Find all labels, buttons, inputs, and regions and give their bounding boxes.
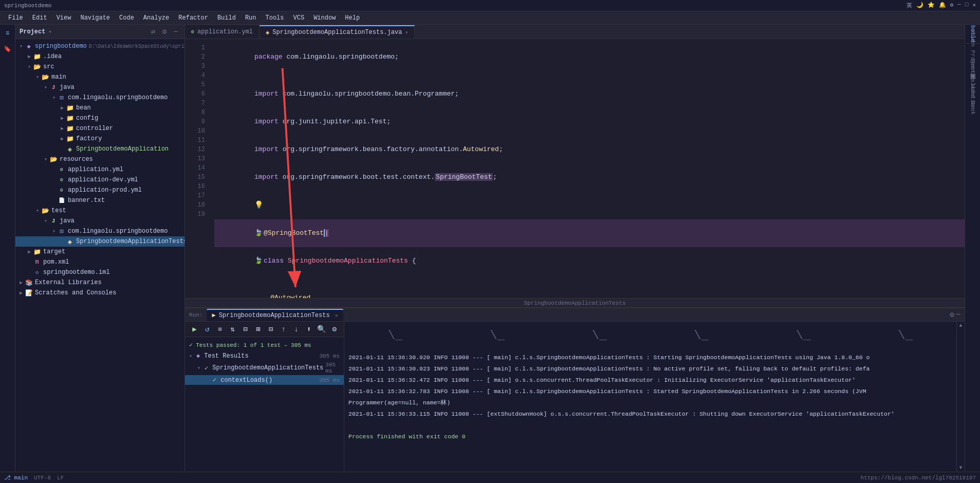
test-stop-btn[interactable]: ■: [215, 324, 226, 335]
tree-item-target[interactable]: ▶ 📁 target: [15, 247, 184, 257]
tree-arrow-test: ▾: [34, 207, 41, 214]
sidebar-tool-sync[interactable]: ⇄: [149, 27, 158, 36]
bottom-settings-icon[interactable]: ⚙: [950, 310, 954, 319]
title-bar-icon-max[interactable]: □: [965, 2, 969, 9]
title-bar-icon-lang[interactable]: 英: [907, 2, 912, 9]
tree-item-bean[interactable]: ▶ 📁 bean: [15, 103, 184, 113]
title-bar-icon-notify[interactable]: 🔔: [939, 2, 946, 9]
tree-item-idea[interactable]: ▶ 📁 .idea: [15, 51, 184, 62]
tree-item-package-test[interactable]: ▾ ⊡ com.lingaolu.springbootdemo: [15, 226, 184, 236]
console-line-1: 2021-01-11 15:36:30.923 INFO 11008 --- […: [344, 363, 956, 375]
tree-item-java-test[interactable]: ▾ J java: [15, 216, 184, 226]
tree-path-springbootdemo: D:\Data\IdeaWorkSpaceStudy\springboo...: [89, 44, 184, 49]
tree-icon-app-yml: ⚙: [58, 165, 66, 174]
test-search-btn[interactable]: 🔍: [317, 324, 327, 335]
tree-arrow-idea: ▶: [26, 53, 33, 60]
menu-view[interactable]: View: [52, 13, 76, 23]
left-tab-structure[interactable]: ≡: [1, 27, 14, 40]
tree-icon-app-dev-yml: ⚙: [58, 176, 66, 184]
tree-item-test[interactable]: ▾ 📂 test: [15, 206, 184, 216]
sidebar-tool-gear[interactable]: ⚙: [160, 27, 169, 36]
menu-run[interactable]: Run: [241, 13, 261, 23]
bottom-tab-run[interactable]: ▶ SpringbootdemoApplicationTests ✕: [207, 309, 343, 321]
tree-item-iml[interactable]: ▶ ◇ springbootdemo.iml: [15, 267, 184, 277]
menu-edit[interactable]: Edit: [28, 13, 51, 23]
test-item-method[interactable]: ▾ ✓ contextLoads() 305 ms: [185, 375, 344, 385]
tree-item-banner[interactable]: ▶ 📄 banner.txt: [15, 195, 184, 206]
tree-item-main[interactable]: ▾ 📂 main: [15, 72, 184, 82]
run-tab-close[interactable]: ✕: [335, 312, 338, 319]
menu-tools[interactable]: Tools: [262, 13, 288, 23]
tree-item-app-dev-yml[interactable]: ▶ ⚙ application-dev.yml: [15, 175, 184, 185]
test-settings-btn[interactable]: ⚙: [329, 324, 340, 335]
console-output[interactable]: 2021-01-11 15:36:30.920 INFO 11008 --- […: [344, 350, 956, 472]
title-bar-icon-close[interactable]: ✕: [972, 2, 976, 9]
left-tab-bookmarks[interactable]: 🔖: [1, 42, 14, 55]
tree-item-external-libs[interactable]: ▶ 📚 External Libraries: [15, 277, 184, 288]
tree-icon-iml: ◇: [33, 268, 41, 276]
status-bar-branch: ⎇ main: [4, 474, 28, 481]
title-bar-icon-star[interactable]: ⭐: [928, 2, 935, 9]
tab-springbootdemo-tests[interactable]: ◈ SpringbootdemoApplicationTests.java ✕: [260, 25, 415, 39]
right-panel-word-book[interactable]: Word Book: [966, 93, 979, 106]
bottom-minimize-icon[interactable]: ─: [956, 310, 960, 319]
test-expand-btn[interactable]: ⊞: [253, 324, 264, 335]
code-area[interactable]: package com.lingaolu.springbootdemo; imp…: [208, 39, 965, 298]
menu-build[interactable]: Build: [213, 13, 240, 23]
menu-file[interactable]: File: [4, 13, 27, 23]
tree-item-package[interactable]: ▾ ⊡ com.lingaolu.springbootdemo: [15, 92, 184, 103]
tree-icon-controller: 📁: [66, 124, 74, 133]
menu-analyze[interactable]: Analyze: [139, 13, 173, 23]
tree-icon-pom: m: [33, 258, 41, 266]
tree-item-factory[interactable]: ▶ 📁 factory: [15, 134, 184, 144]
test-run-btn[interactable]: ▶: [189, 324, 200, 335]
test-export-btn[interactable]: ⬆: [304, 324, 315, 335]
right-panel-maven[interactable]: Maven Projects: [966, 47, 979, 60]
tree-label-app-prod-yml: application-prod.yml: [68, 187, 142, 194]
test-label-results-root: Test Results: [204, 352, 248, 360]
tree-item-tests-class[interactable]: ▶ ◈ SpringbootdemoApplicationTests: [15, 236, 184, 247]
test-filter-btn[interactable]: ⊟: [240, 324, 251, 335]
test-next-btn[interactable]: ↓: [291, 324, 302, 335]
title-bar-icon-moon[interactable]: 🌙: [916, 2, 923, 9]
title-bar-icon-gear[interactable]: ⚙: [950, 2, 954, 9]
tree-item-src[interactable]: ▾ 📂 src: [15, 62, 184, 72]
test-sort-btn[interactable]: ⇅: [227, 324, 238, 335]
bottom-content: ▶ ↺ ■ ⇅ ⊟ ⊞ ⊟ ↑ ↓ ⬆ 🔍 ⚙: [185, 322, 965, 472]
tree-item-app-prod-yml[interactable]: ▶ ⚙ application-prod.yml: [15, 185, 184, 195]
sidebar-tool-minimize[interactable]: ─: [171, 27, 180, 36]
tree-item-java[interactable]: ▾ J java: [15, 82, 184, 92]
title-bar-icon-min[interactable]: ─: [957, 2, 961, 9]
sidebar-dropdown-icon[interactable]: ▾: [48, 29, 51, 35]
tree-icon-idea: 📁: [33, 52, 41, 61]
editor-area: ⚙ application.yml ◈ SpringbootdemoApplic…: [185, 25, 965, 472]
menu-help[interactable]: Help: [341, 13, 364, 23]
sidebar-header: Project ▾ ⇄ ⚙ ─: [15, 25, 184, 39]
test-collapse-btn[interactable]: ⊟: [266, 324, 276, 335]
tree-item-resources[interactable]: ▾ 📂 resources: [15, 154, 184, 164]
tree-item-scratches[interactable]: ▶ 📝 Scratches and Consoles: [15, 288, 184, 298]
test-prev-btn[interactable]: ↑: [278, 324, 289, 335]
scroll-up-btn[interactable]: ▲: [959, 323, 962, 328]
tree-item-pom[interactable]: ▶ m pom.xml: [15, 257, 184, 267]
tree-item-app-class[interactable]: ▶ ◈ SpringbootdemoApplication: [15, 144, 184, 154]
tab-close-tests[interactable]: ✕: [405, 29, 408, 35]
menu-code[interactable]: Code: [115, 13, 138, 23]
menu-window[interactable]: Window: [309, 13, 340, 23]
tree-label-target: target: [43, 248, 65, 255]
test-item-class[interactable]: ▾ ✓ SpringbootdemoApplicationTests 305 m…: [185, 361, 344, 375]
tree-label-main: main: [51, 73, 66, 81]
menu-refactor[interactable]: Refactor: [174, 13, 212, 23]
menu-vcs[interactable]: VCS: [289, 13, 309, 23]
menu-navigate[interactable]: Navigate: [76, 13, 114, 23]
test-rerun-btn[interactable]: ↺: [202, 324, 213, 335]
tree-item-springbootdemo[interactable]: ▾ ◈ springbootdemo D:\Data\IdeaWorkSpace…: [15, 41, 184, 51]
tree-item-controller[interactable]: ▶ 📁 controller: [15, 123, 184, 134]
tree-label-idea: .idea: [43, 53, 62, 60]
tree-item-app-yml[interactable]: ▶ ⚙ application.yml: [15, 164, 184, 175]
scroll-down-btn[interactable]: ▼: [959, 465, 962, 471]
tab-application-yml[interactable]: ⚙ application.yml: [185, 25, 260, 39]
status-bar-encoding[interactable]: UTF-8: [34, 475, 51, 481]
tree-item-config[interactable]: ▶ 📁 config: [15, 113, 184, 123]
test-item-results-root[interactable]: ▾ ◈ Test Results 305 ms: [185, 351, 344, 361]
